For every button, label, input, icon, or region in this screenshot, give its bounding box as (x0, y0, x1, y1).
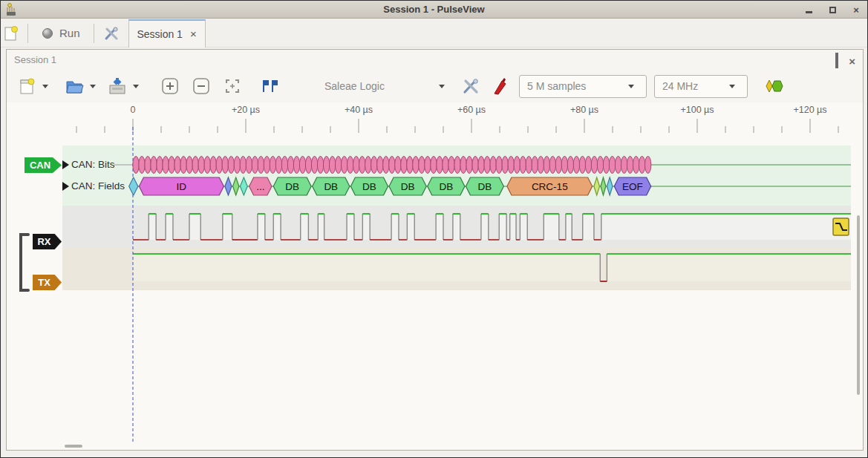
channel-tag-label: RX (37, 236, 50, 247)
zoom-fit-button[interactable] (222, 74, 243, 98)
zoom-out-button[interactable] (191, 74, 212, 98)
ruler-label: +60 µs (457, 105, 486, 115)
channel-tag-label: TX (38, 277, 50, 288)
decoder-row-label-fields[interactable]: CAN: Fields (71, 180, 125, 192)
device-dropdown-icon (439, 85, 445, 88)
ruler-label: +20 µs (232, 105, 260, 115)
trigger-probe-button[interactable] (491, 74, 510, 98)
sample-count-select[interactable]: 5 M samples (519, 75, 647, 98)
dock-close-button[interactable]: × (849, 58, 855, 65)
pulseview-logo-icon (5, 3, 17, 19)
vertical-scrollbar[interactable] (857, 215, 860, 395)
sample-count-dropdown-icon (628, 85, 634, 88)
tab-label: Session 1 (137, 28, 182, 40)
add-decoder-button[interactable] (761, 74, 786, 98)
session-toolbar: Saleae Logic 5 M samples 24 MHz (7, 70, 863, 102)
decoder-tag-can[interactable]: CAN (25, 157, 62, 173)
close-button[interactable]: × (851, 4, 861, 15)
run-button[interactable]: Run (42, 27, 80, 39)
ruler-label: +40 µs (345, 105, 373, 115)
decoder-tag-label: CAN (30, 160, 50, 171)
main-toolbar: Run Session 1 × (1, 19, 867, 48)
run-icon (42, 27, 53, 39)
channels-button[interactable] (460, 74, 482, 98)
device-label: Saleae Logic (324, 80, 385, 92)
tab-session-1[interactable]: Session 1 × (128, 19, 206, 48)
open-file-dropdown-icon[interactable] (90, 85, 96, 88)
dock-title: Session 1 (14, 54, 56, 65)
ruler-label: 0 (131, 105, 136, 115)
session-dock: Session 1 × (6, 49, 864, 451)
sample-rate-select[interactable]: 24 MHz (654, 75, 748, 98)
horizontal-scrollbar[interactable] (65, 445, 82, 448)
save-dropdown-icon[interactable] (133, 85, 139, 88)
channel-group-bracket (21, 235, 28, 290)
toolbar-separator (94, 24, 94, 43)
device-select[interactable]: Saleae Logic (324, 80, 449, 92)
new-session-button[interactable] (1, 22, 22, 45)
dock-header: Session 1 × (7, 50, 863, 70)
ruler-label: +120 µs (793, 105, 826, 115)
channel-tag-tx[interactable]: TX (33, 275, 62, 290)
sample-count-value: 5 M samples (527, 80, 586, 92)
maximize-button[interactable] (827, 4, 838, 15)
float-button[interactable] (835, 54, 838, 68)
rx-row-background (62, 206, 851, 247)
zoom-in-button[interactable] (160, 74, 180, 98)
sample-rate-dropdown-icon (729, 85, 735, 88)
pulseview-window: Session 1 - PulseView × Run Session 1 × (0, 0, 868, 458)
trace-view: 0+20 µs+40 µs+60 µs+80 µs+100 µs+120 µs … (7, 102, 863, 450)
new-file-dropdown-icon[interactable] (42, 85, 48, 88)
toolbar-separator (27, 24, 28, 43)
new-file-button[interactable] (17, 74, 38, 98)
ruler-label: +100 µs (680, 105, 714, 115)
titlebar: Session 1 - PulseView × (1, 1, 867, 19)
ruler-label: +80 µs (570, 105, 598, 115)
decoder-row-label-bits[interactable]: CAN: Bits (71, 159, 115, 170)
tab-close-icon[interactable]: × (190, 28, 197, 39)
sample-rate-value: 24 MHz (662, 80, 698, 92)
flag-markers-button[interactable] (258, 74, 280, 98)
run-label: Run (59, 27, 80, 39)
tx-row-background (62, 247, 851, 290)
settings-tools-button[interactable] (100, 22, 123, 45)
channel-tag-rx[interactable]: RX (33, 234, 62, 249)
minimize-button[interactable] (803, 4, 814, 15)
window-title: Session 1 - PulseView (1, 4, 867, 15)
decoder-row-background (62, 145, 851, 206)
save-button[interactable] (106, 74, 128, 98)
open-file-button[interactable] (63, 74, 85, 98)
